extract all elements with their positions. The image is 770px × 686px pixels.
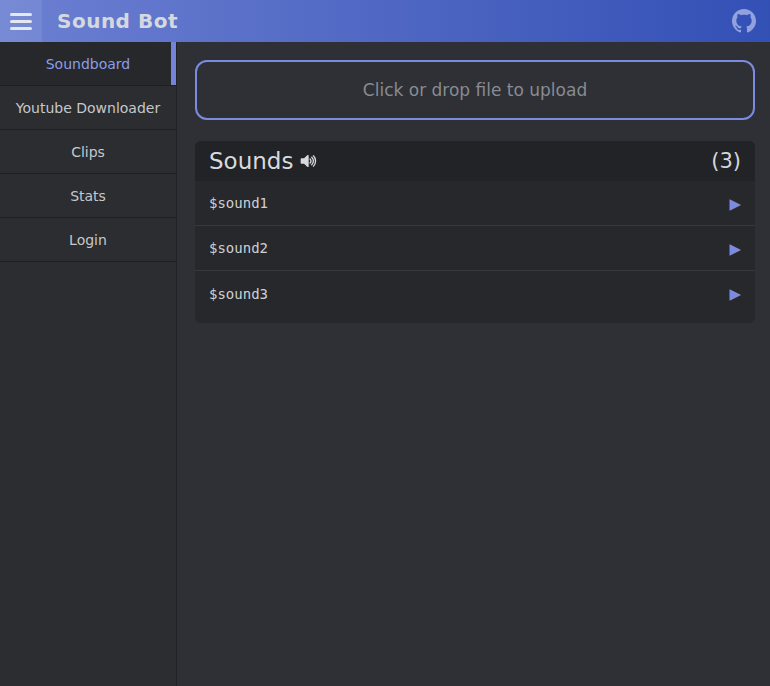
sounds-panel-header: Sounds (3): [195, 141, 755, 181]
sidebar-item-label: Login: [69, 232, 107, 248]
file-upload-dropzone[interactable]: Click or drop file to upload: [195, 60, 755, 120]
sounds-panel: Sounds (3) $sound1 ▶ $sound2 ▶: [195, 141, 755, 323]
play-button[interactable]: ▶: [729, 196, 741, 211]
sound-name: $sound1: [209, 195, 268, 211]
github-icon: [732, 9, 756, 33]
sidebar-item-clips[interactable]: Clips: [0, 130, 176, 174]
sound-row: $sound2 ▶: [195, 226, 755, 271]
sidebar-item-label: Youtube Downloader: [16, 100, 160, 116]
main-content: Click or drop file to upload Sounds (3) …: [177, 42, 770, 686]
sidebar-item-youtube-downloader[interactable]: Youtube Downloader: [0, 86, 176, 130]
sidebar-item-soundboard[interactable]: Soundboard: [0, 42, 176, 86]
github-link[interactable]: [731, 8, 757, 34]
top-bar: Sound Bot: [0, 0, 770, 42]
sounds-title: Sounds: [209, 148, 293, 174]
sound-row: $sound1 ▶: [195, 181, 755, 226]
sidebar: Soundboard Youtube Downloader Clips Stat…: [0, 42, 177, 686]
hamburger-menu-button[interactable]: [0, 0, 42, 42]
sidebar-item-login[interactable]: Login: [0, 218, 176, 262]
speaker-icon: [298, 151, 318, 171]
play-button[interactable]: ▶: [729, 241, 741, 256]
sound-name: $sound3: [209, 286, 268, 302]
sound-row: $sound3 ▶: [195, 271, 755, 316]
sound-name: $sound2: [209, 240, 268, 256]
layout: Soundboard Youtube Downloader Clips Stat…: [0, 42, 770, 686]
sidebar-item-label: Stats: [70, 188, 106, 204]
sidebar-item-label: Soundboard: [46, 56, 131, 72]
sidebar-item-label: Clips: [71, 144, 105, 160]
app-title: Sound Bot: [57, 9, 178, 33]
upload-label: Click or drop file to upload: [363, 80, 587, 100]
play-button[interactable]: ▶: [729, 286, 741, 301]
sounds-count: (3): [711, 149, 741, 173]
sidebar-item-stats[interactable]: Stats: [0, 174, 176, 218]
hamburger-icon: [10, 13, 32, 16]
